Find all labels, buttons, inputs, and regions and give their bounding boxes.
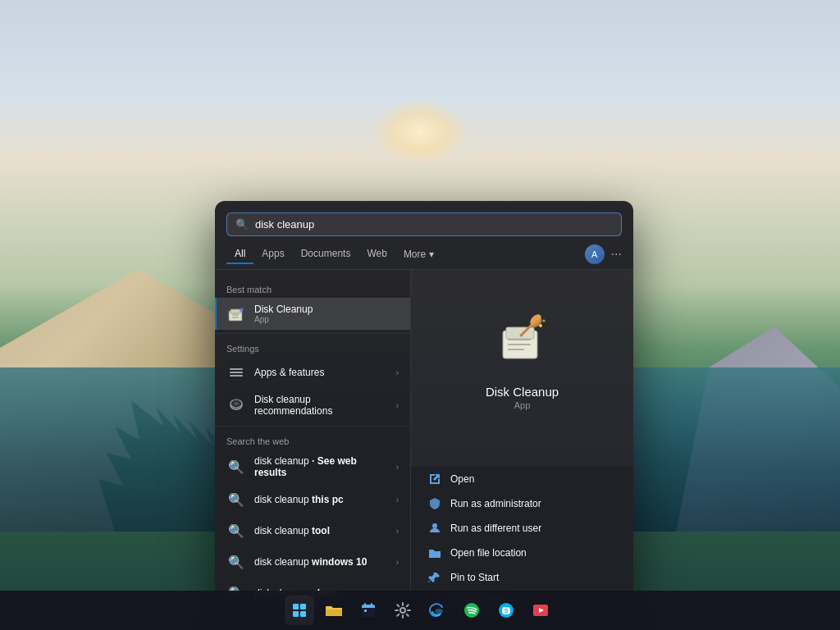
action-open[interactable]: Open xyxy=(419,467,625,491)
svg-point-9 xyxy=(234,402,239,405)
pin-start-icon xyxy=(427,570,442,585)
tab-documents[interactable]: Documents xyxy=(293,244,359,264)
svg-rect-5 xyxy=(230,372,243,373)
svg-rect-6 xyxy=(230,375,243,377)
action-open-file-location[interactable]: Open file location xyxy=(419,541,625,565)
open-label: Open xyxy=(450,473,474,485)
action-pin-start[interactable]: Pin to Start xyxy=(419,565,625,590)
svg-rect-28 xyxy=(371,603,372,607)
menu-body: Best match Disk Cleanup App xyxy=(215,270,633,614)
divider-1 xyxy=(215,333,410,334)
tab-apps[interactable]: Apps xyxy=(253,244,292,264)
sun-glow xyxy=(371,98,469,164)
svg-rect-20 xyxy=(293,604,299,609)
start-button[interactable] xyxy=(285,596,314,625)
apps-features-text: Apps & features xyxy=(254,367,388,378)
best-match-item[interactable]: Disk Cleanup App xyxy=(215,298,410,330)
app-preview-type: App xyxy=(514,400,531,410)
svg-point-18 xyxy=(542,319,545,322)
open-file-location-label: Open file location xyxy=(450,547,527,559)
disk-cleanup-recs-chevron: › xyxy=(396,401,399,410)
disk-cleanup-settings-icon xyxy=(226,395,246,415)
folder-icon xyxy=(427,546,442,560)
user-avatar[interactable]: A xyxy=(585,244,605,264)
different-user-icon xyxy=(427,521,442,536)
web-chevron-1: › xyxy=(396,495,399,504)
svg-point-19 xyxy=(432,523,437,528)
search-icon: 🔍 xyxy=(235,218,249,231)
filter-tabs: All Apps Documents Web More ▾ A ··· xyxy=(215,244,633,270)
taskbar: S xyxy=(0,591,840,630)
svg-text:S: S xyxy=(504,608,509,614)
tab-web[interactable]: Web xyxy=(358,244,395,264)
action-run-admin[interactable]: Run as administrator xyxy=(419,491,625,516)
svg-rect-26 xyxy=(362,608,375,617)
spotify-button[interactable] xyxy=(457,596,486,625)
disk-cleanup-recs-title: Disk cleanup recommendations xyxy=(254,394,388,417)
web-search-label: Search the web xyxy=(215,430,410,450)
svg-point-31 xyxy=(435,609,443,614)
file-explorer-button[interactable] xyxy=(319,596,349,625)
web-chevron-0: › xyxy=(396,463,399,472)
open-icon xyxy=(427,472,442,486)
divider-2 xyxy=(215,426,410,427)
search-query: disk cleanup xyxy=(255,218,613,231)
run-different-user-label: Run as different user xyxy=(450,523,541,534)
best-match-subtitle: App xyxy=(254,315,399,324)
svg-rect-22 xyxy=(293,611,299,617)
web-result-0[interactable]: 🔍 disk cleanup · See web results › xyxy=(215,450,410,484)
start-menu: 🔍 disk cleanup All Apps Documents Web Mo… xyxy=(215,201,633,614)
svg-rect-21 xyxy=(300,604,306,609)
web-result-2-title: disk cleanup tool xyxy=(254,525,388,536)
svg-rect-11 xyxy=(506,327,534,339)
tab-all[interactable]: All xyxy=(226,244,253,264)
web-result-1-title: disk cleanup this pc xyxy=(254,494,388,505)
svg-rect-4 xyxy=(230,368,243,370)
settings-label: Settings xyxy=(215,337,410,357)
pin-start-label: Pin to Start xyxy=(450,572,499,583)
right-panel: Disk Cleanup App Open Run as administrat… xyxy=(410,270,633,614)
web-result-0-text: disk cleanup · See web results xyxy=(254,455,388,478)
svg-point-17 xyxy=(539,324,542,327)
edge-button[interactable] xyxy=(422,596,452,625)
settings-disk-cleanup[interactable]: Disk cleanup recommendations › xyxy=(215,388,410,422)
svg-point-30 xyxy=(400,608,405,613)
apps-features-icon xyxy=(226,363,246,382)
settings-button[interactable] xyxy=(388,596,418,625)
web-result-2[interactable]: 🔍 disk cleanup tool › xyxy=(215,515,410,546)
apps-features-chevron: › xyxy=(396,368,399,377)
best-match-label: Best match xyxy=(215,278,410,298)
web-result-0-title: disk cleanup · See web results xyxy=(254,455,388,478)
svg-rect-1 xyxy=(231,309,240,313)
svg-rect-14 xyxy=(508,349,524,350)
media-button[interactable] xyxy=(526,596,555,625)
settings-apps-features[interactable]: Apps & features › xyxy=(215,357,410,388)
action-run-different-user[interactable]: Run as different user xyxy=(419,516,625,541)
best-match-title: Disk Cleanup xyxy=(254,304,399,315)
apps-features-title: Apps & features xyxy=(254,367,388,378)
skype-button[interactable]: S xyxy=(491,596,521,625)
web-search-icon-1: 🔍 xyxy=(226,490,246,509)
svg-rect-12 xyxy=(508,339,531,340)
calendar-button[interactable] xyxy=(354,596,383,625)
web-search-icon-2: 🔍 xyxy=(226,521,246,541)
app-preview-name: Disk Cleanup xyxy=(486,385,559,399)
admin-icon xyxy=(427,496,442,511)
svg-rect-24 xyxy=(326,609,342,616)
svg-rect-23 xyxy=(300,611,306,617)
left-panel: Best match Disk Cleanup App xyxy=(215,270,410,614)
svg-rect-13 xyxy=(508,344,531,345)
web-chevron-2: › xyxy=(396,527,399,536)
run-admin-label: Run as administrator xyxy=(450,498,541,509)
disk-cleanup-recs-text: Disk cleanup recommendations xyxy=(254,394,388,417)
web-result-2-text: disk cleanup tool xyxy=(254,525,388,536)
search-bar[interactable]: 🔍 disk cleanup xyxy=(226,212,622,236)
app-preview: Disk Cleanup App xyxy=(411,270,633,467)
more-options-button[interactable]: ··· xyxy=(611,247,622,262)
web-result-3-title: disk cleanup windows 10 xyxy=(254,556,388,568)
web-result-3-text: disk cleanup windows 10 xyxy=(254,556,388,568)
svg-rect-27 xyxy=(364,603,366,607)
web-result-3[interactable]: 🔍 disk cleanup windows 10 › xyxy=(215,546,410,578)
tab-more[interactable]: More ▾ xyxy=(395,245,442,263)
web-result-1[interactable]: 🔍 disk cleanup this pc › xyxy=(215,484,410,515)
